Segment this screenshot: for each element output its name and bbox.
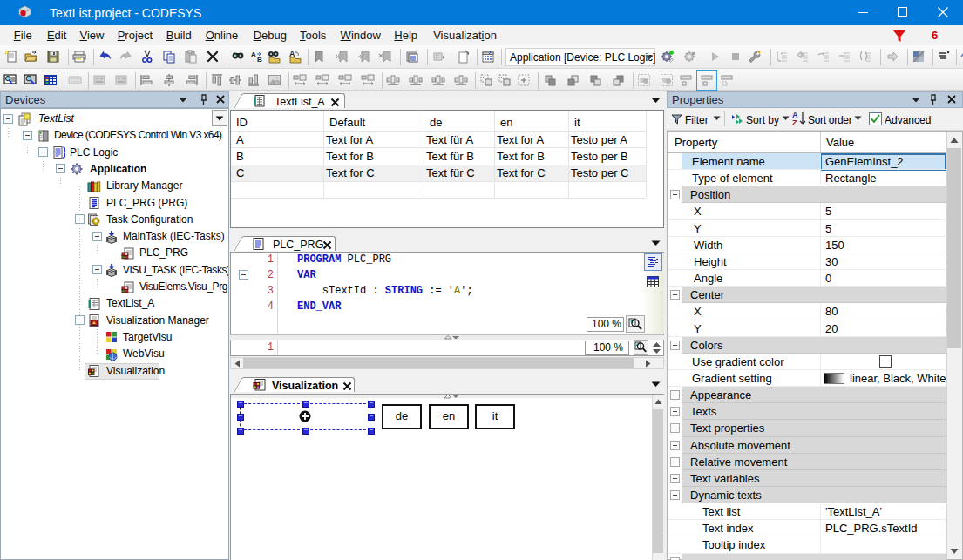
svg-text:B: B — [257, 56, 262, 64]
svg-text:Z: Z — [792, 118, 797, 127]
svg-text:A: A — [251, 51, 256, 58]
